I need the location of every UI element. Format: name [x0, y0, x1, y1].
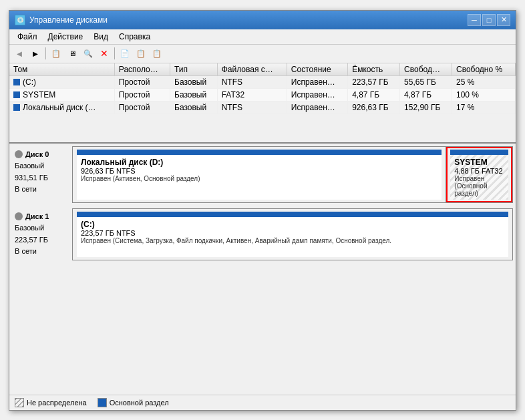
- col-header-location[interactable]: Располо…: [114, 63, 170, 76]
- menu-bar: Файл Действие Вид Справка: [9, 29, 516, 45]
- legend-primary-icon: [98, 398, 107, 407]
- back-button[interactable]: ◄: [12, 46, 27, 61]
- menu-action[interactable]: Действие: [43, 31, 89, 43]
- minimize-button[interactable]: ─: [468, 14, 481, 26]
- new-button[interactable]: 📄: [118, 46, 132, 61]
- partition-status: Исправен (Основной раздел): [454, 175, 504, 197]
- disk-partition[interactable]: (C:)223,57 ГБ NTFSИсправен (Система, Заг…: [73, 209, 512, 260]
- disk-partitions: Локальный диск (D:)926,63 ГБ NTFSИсправе…: [72, 146, 513, 203]
- partition-name: (C:): [81, 220, 504, 229]
- menu-help[interactable]: Справка: [114, 31, 156, 43]
- legend-unallocated: Не распределена: [15, 398, 87, 407]
- main-window: 💿 Управление дисками ─ □ ✕ Файл Действие…: [9, 10, 516, 411]
- app-icon: 💿: [15, 15, 25, 25]
- forward-button[interactable]: ►: [28, 46, 43, 61]
- partition-size: 223,57 ГБ NTFS: [81, 229, 504, 237]
- maximize-button[interactable]: □: [482, 14, 496, 26]
- partition-content: Локальный диск (D:)926,63 ГБ NTFSИсправе…: [77, 155, 442, 200]
- table-row[interactable]: SYSTEMПростойБазовыйFAT32Исправен…4,87 Г…: [9, 88, 516, 101]
- delete-button[interactable]: ✕: [97, 46, 112, 61]
- copy-button[interactable]: 📋: [134, 46, 148, 61]
- disk-label: Диск 0Базовый931,51 ГБВ сети: [12, 146, 72, 203]
- partition-size: 4,88 ГБ FAT32: [454, 167, 504, 175]
- window-title: Управление дисками: [29, 15, 108, 25]
- partition-header-bar: [77, 150, 442, 155]
- col-header-filesystem[interactable]: Файловая с…: [217, 63, 287, 76]
- partition-name: Локальный диск (D:): [81, 158, 437, 167]
- disk-row-separator: [12, 263, 513, 266]
- col-header-status[interactable]: Состояние: [287, 63, 347, 76]
- partition-header-bar: [77, 212, 508, 217]
- window-controls: ─ □ ✕: [468, 14, 510, 26]
- disk-row: Диск 0Базовый931,51 ГБВ сетиЛокальный ди…: [12, 146, 513, 203]
- table-row[interactable]: Локальный диск (…ПростойБазовыйNTFSИспра…: [9, 101, 516, 114]
- close-button[interactable]: ✕: [497, 14, 510, 26]
- disk-visual-area: Диск 0Базовый931,51 ГБВ сетиЛокальный ди…: [9, 144, 516, 395]
- disk-partition[interactable]: SYSTEM4,88 ГБ FAT32Исправен (Основной ра…: [446, 147, 512, 202]
- table-row[interactable]: (C:)ПростойБазовыйNTFSИсправен…223,57 ГБ…: [9, 75, 516, 88]
- disk-row: Диск 1Базовый223,57 ГБВ сети(C:)223,57 Г…: [12, 208, 513, 260]
- disk-partition[interactable]: Локальный диск (D:)926,63 ГБ NTFSИсправе…: [73, 147, 446, 202]
- disk-table-area: Том Располо… Тип Файловая с… Состояние Ё…: [9, 63, 516, 144]
- table-header-row: Том Располо… Тип Файловая с… Состояние Ё…: [9, 63, 516, 76]
- partition-content: SYSTEM4,88 ГБ FAT32Исправен (Основной ра…: [450, 155, 508, 200]
- partition-status: Исправен (Активен, Основной раздел): [81, 175, 437, 182]
- col-header-free[interactable]: Свобод…: [400, 63, 452, 76]
- title-bar-left: 💿 Управление дисками: [15, 15, 108, 25]
- disk-table-body: (C:)ПростойБазовыйNTFSИсправен…223,57 ГБ…: [9, 75, 516, 114]
- menu-view[interactable]: Вид: [88, 31, 114, 43]
- refresh-button[interactable]: 🔍: [81, 46, 96, 61]
- legend-primary-label: Основной раздел: [110, 399, 169, 407]
- properties-button[interactable]: 📋: [49, 46, 63, 61]
- title-bar: 💿 Управление дисками ─ □ ✕: [9, 11, 516, 29]
- toolbar-separator-2: [114, 47, 115, 59]
- legend-primary: Основной раздел: [98, 398, 169, 407]
- disk-button[interactable]: 🖥: [65, 46, 79, 61]
- disk-label: Диск 1Базовый223,57 ГБВ сети: [12, 208, 72, 260]
- legend-unallocated-icon: [15, 398, 24, 407]
- toolbar-separator-1: [45, 47, 46, 59]
- partition-status: Исправен (Система, Загрузка, Файл подкач…: [81, 237, 504, 244]
- partition-header-bar: [450, 150, 508, 155]
- col-header-free-pct[interactable]: Свободно %: [452, 63, 515, 76]
- toolbar: ◄ ► 📋 🖥 🔍 ✕ 📄 📋 📋: [9, 45, 516, 63]
- legend-area: Не распределена Основной раздел: [9, 395, 516, 410]
- col-header-capacity[interactable]: Ёмкость: [348, 63, 400, 76]
- partition-name: SYSTEM: [454, 158, 504, 167]
- legend-unallocated-label: Не распределена: [27, 399, 87, 407]
- col-header-type[interactable]: Тип: [170, 63, 218, 76]
- content-area: Том Располо… Тип Файловая с… Состояние Ё…: [9, 63, 516, 410]
- partition-content: (C:)223,57 ГБ NTFSИсправен (Система, Заг…: [77, 217, 508, 257]
- partition-size: 926,63 ГБ NTFS: [81, 167, 437, 175]
- disk-table: Том Располо… Тип Файловая с… Состояние Ё…: [9, 63, 516, 114]
- menu-file[interactable]: Файл: [12, 31, 43, 43]
- disk-partitions: (C:)223,57 ГБ NTFSИсправен (Система, Заг…: [72, 208, 513, 260]
- paste-button[interactable]: 📋: [150, 46, 164, 61]
- col-header-tom[interactable]: Том: [9, 63, 114, 76]
